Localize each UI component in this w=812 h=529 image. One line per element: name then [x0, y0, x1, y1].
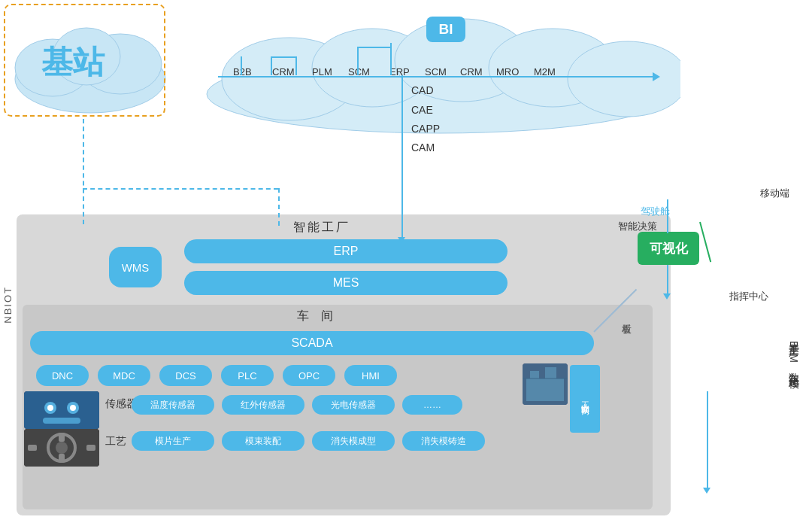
label-capp: CAPP — [411, 123, 440, 135]
vert-bi-down — [390, 43, 392, 75]
svg-rect-21 — [28, 445, 37, 451]
nbiot-label: NBIOT — [2, 286, 14, 324]
bim-text: 基于工厂BIM数字化建模 — [787, 335, 801, 372]
more-sensors-pill: …… — [402, 395, 462, 415]
arrow-bi-to-erp — [401, 119, 403, 239]
label-erp: ERP — [389, 66, 410, 78]
arrow-viz-mobile — [699, 222, 711, 263]
svg-rect-13 — [43, 418, 80, 424]
vert-line-left-crm — [271, 56, 272, 75]
wms-box: WMS — [109, 247, 162, 287]
svg-rect-26 — [545, 367, 556, 382]
craft-svg — [24, 429, 99, 467]
svg-point-14 — [47, 405, 53, 411]
hmi-pill: HMI — [344, 365, 397, 386]
svg-point-9 — [568, 41, 680, 117]
horiz-line-crm-plm — [271, 56, 297, 58]
label-b2b: B2B — [233, 66, 252, 78]
svg-rect-25 — [530, 371, 539, 382]
cockpit-label: 驾驶舱 — [641, 205, 670, 218]
temp-sensor-pill: 温度传感器 — [132, 395, 214, 415]
arrow-factory-down — [401, 222, 403, 241]
vert-line-plm — [295, 56, 297, 75]
moshu-pill: 模束装配 — [222, 431, 304, 451]
arrow-viz-down — [667, 265, 668, 295]
label-scm1: SCM — [348, 66, 370, 78]
dashed-v1 — [83, 119, 84, 224]
dashed-v3 — [278, 188, 280, 226]
label-cae: CAE — [411, 104, 433, 116]
zhuzao-pill: 消失模铸造 — [402, 431, 485, 451]
visualization-box: 可视化 — [638, 232, 699, 265]
ir-sensor-pill: 红外传感器 — [222, 395, 304, 415]
opc-pill: OPC — [283, 365, 335, 386]
label-cad: CAD — [411, 84, 434, 96]
mopian-pill: 模片生产 — [132, 431, 214, 451]
horiz-scm-up — [357, 47, 391, 48]
workshop-label: 车 间 — [297, 309, 338, 324]
arrow-viz-head — [663, 293, 671, 299]
dnc-pill: DNC — [36, 365, 89, 386]
label-mro: MRO — [496, 66, 519, 78]
command-label: 指挥中心 — [729, 290, 768, 303]
decision-label: 智能决策 — [618, 220, 657, 233]
dcs-pill: DCS — [159, 365, 212, 386]
erp-pill: ERP — [184, 239, 508, 263]
label-crm2: CRM — [460, 66, 483, 78]
craft-label: 工艺 — [105, 435, 126, 448]
cloud-arrow-head — [653, 72, 660, 81]
plc-pill: PLC — [221, 365, 274, 386]
mdc-pill: MDC — [98, 365, 150, 386]
factory-thumb — [523, 363, 568, 405]
dashed-v2 — [83, 188, 278, 190]
label-m2m: M2M — [534, 66, 556, 78]
vert-b2b-up — [241, 56, 242, 75]
arrow-bim — [707, 391, 708, 489]
arrow-viz-cockpit — [667, 199, 668, 233]
scada-pill: SCADA — [30, 331, 594, 355]
vert-scm-up — [357, 47, 359, 75]
label-cam: CAM — [411, 141, 435, 154]
svg-rect-22 — [86, 445, 95, 451]
robot-svg — [24, 391, 99, 429]
svg-rect-20 — [59, 454, 65, 463]
factory-label: 智能工厂 — [293, 220, 350, 236]
label-plm: PLM — [312, 66, 332, 78]
svg-point-15 — [70, 405, 76, 411]
label-scm2: SCM — [425, 66, 447, 78]
bi-node: BI — [426, 17, 465, 42]
arrow-bim-head — [703, 488, 710, 494]
jizhan-label: 基站 — [41, 41, 105, 84]
iot-box: 工业物联网 — [570, 365, 600, 433]
mobile-label: 移动端 — [760, 187, 789, 200]
mes-pill: MES — [184, 271, 508, 295]
xiaoshi-pill: 消失模成型 — [312, 431, 395, 451]
light-sensor-pill: 光电传感器 — [312, 395, 395, 415]
svg-rect-19 — [59, 433, 65, 442]
label-crm1: CRM — [272, 66, 295, 78]
svg-point-18 — [56, 442, 68, 454]
